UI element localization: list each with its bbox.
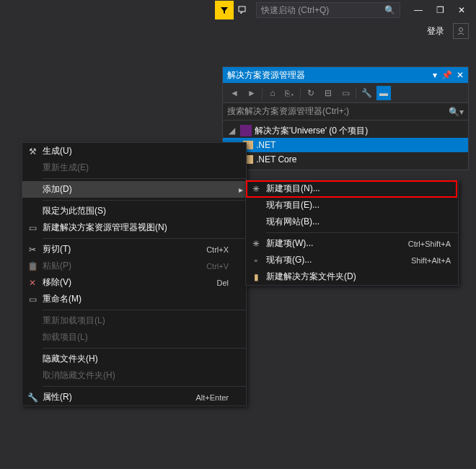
menu-unhidefolder: 取消隐藏文件夹(H)	[22, 367, 246, 384]
new-item-icon: ✳	[252, 239, 260, 249]
panel-title-bar[interactable]: 解决方案资源管理器 ▾ 📌 ✕	[223, 67, 468, 83]
tree-label: .NET Core	[256, 154, 296, 165]
menu-scope[interactable]: 限定为此范围(S)	[22, 203, 246, 219]
properties-icon[interactable]: 🔧	[359, 86, 374, 100]
newview-icon: ▭	[29, 223, 37, 233]
menu-paste: 📋粘贴(P)Ctrl+V	[22, 258, 246, 274]
menu-rebuild: 重新生成(E)	[22, 159, 246, 176]
panel-toolbar: ◄ ► ⌂ ⎘▾ ↻ ⊟ ▭ 🔧 ▬	[223, 83, 468, 103]
menu-newview[interactable]: ▭新建解决方案资源管理器视图(N)	[22, 219, 246, 236]
menu-exist-site[interactable]: 现有网站(B)...	[246, 214, 458, 230]
quick-launch-input[interactable]: 快速启动 (Ctrl+Q) 🔍	[256, 2, 400, 18]
back-icon[interactable]: ◄	[227, 86, 242, 100]
cut-icon: ✂	[29, 245, 36, 255]
menu-new-folder[interactable]: ▮新建解决方案文件夹(D)	[246, 268, 458, 285]
menu-add[interactable]: 添加(D)▸	[22, 181, 246, 198]
search-placeholder: 搜索解决方案资源管理器(Ctrl+;)	[227, 105, 349, 118]
window-controls: — ❐ ✕	[407, 2, 472, 18]
tree-label: 解决方案'Universe' (0 个项目)	[255, 125, 368, 137]
exist-item-icon: ▫	[255, 255, 257, 266]
preview-icon[interactable]: ▬	[376, 86, 391, 100]
home-icon[interactable]: ⌂	[265, 86, 280, 100]
menu-build[interactable]: ⚒生成(U)	[22, 143, 246, 159]
expand-icon[interactable]: ◢	[229, 126, 237, 136]
paste-icon: 📋	[27, 261, 38, 271]
tree-row-net[interactable]: .NET	[223, 138, 468, 152]
solution-icon	[240, 125, 252, 136]
sync-icon[interactable]: ⎘▾	[283, 86, 297, 100]
feedback-icon[interactable]	[234, 1, 252, 19]
menu-exist-item[interactable]: ▫现有项(G)...Shift+Alt+A	[246, 252, 458, 268]
forward-icon[interactable]: ►	[244, 86, 259, 100]
remove-icon: ✕	[29, 278, 36, 288]
pin-icon[interactable]: 📌	[441, 70, 452, 80]
avatar-icon[interactable]	[453, 23, 469, 39]
context-menu-add: ✳新建项目(N)... 现有项目(E)... 现有网站(B)... ✳新建项(W…	[245, 180, 459, 286]
menu-new-project[interactable]: ✳新建项目(N)...	[246, 180, 458, 197]
solution-explorer-panel: 解决方案资源管理器 ▾ 📌 ✕ ◄ ► ⌂ ⎘▾ ↻ ⊟ ▭ 🔧 ▬ 搜索解决方…	[222, 66, 469, 170]
panel-title-text: 解决方案资源管理器	[227, 69, 305, 82]
menu-separator	[43, 178, 246, 179]
search-icon: 🔍▾	[449, 107, 464, 117]
quick-launch-placeholder: 快速启动 (Ctrl+Q)	[261, 4, 329, 17]
menu-separator	[43, 238, 246, 239]
menu-hidefolder[interactable]: 隐藏文件夹(H)	[22, 351, 246, 367]
panel-close-icon[interactable]: ✕	[457, 70, 464, 80]
rename-icon: ▭	[29, 294, 37, 304]
menu-unload: 卸载项目(L)	[22, 329, 246, 346]
svg-rect-0	[239, 6, 245, 12]
context-menu-main: ⚒生成(U) 重新生成(E) 添加(D)▸ 限定为此范围(S) ▭新建解决方案资…	[22, 142, 247, 406]
dropdown-icon[interactable]: ▾	[433, 70, 437, 80]
wrench-icon: 🔧	[27, 393, 38, 403]
search-icon: 🔍	[384, 5, 395, 16]
filter-icon[interactable]	[215, 1, 234, 19]
build-icon: ⚒	[29, 146, 37, 157]
tree-row-netcore[interactable]: .NET Core	[223, 152, 468, 167]
close-button[interactable]: ✕	[451, 2, 472, 18]
menu-rename[interactable]: ▭重命名(M)	[22, 291, 246, 307]
menu-separator	[266, 232, 458, 233]
restore-button[interactable]: ❐	[429, 2, 451, 18]
menu-remove[interactable]: ✕移除(V)Del	[22, 274, 246, 291]
search-solution-input[interactable]: 搜索解决方案资源管理器(Ctrl+;) 🔍▾	[223, 103, 468, 120]
menu-new-item[interactable]: ✳新建项(W)...Ctrl+Shift+A	[246, 235, 458, 252]
chevron-right-icon: ▸	[236, 185, 246, 195]
menu-exist-project[interactable]: 现有项目(E)...	[246, 197, 458, 214]
refresh-icon[interactable]: ↻	[304, 86, 318, 100]
menu-cut[interactable]: ✂剪切(T)Ctrl+X	[22, 241, 246, 258]
solution-tree: ◢ 解决方案'Universe' (0 个项目) .NET .NET Core	[223, 120, 468, 170]
collapse-icon[interactable]: ⊟	[321, 86, 335, 100]
minimize-button[interactable]: —	[407, 2, 429, 18]
new-project-icon: ✳	[252, 184, 260, 194]
titlebar: 快速启动 (Ctrl+Q) 🔍 — ❐ ✕	[0, 0, 476, 20]
menu-separator	[43, 310, 246, 310]
tree-row-solution[interactable]: ◢ 解决方案'Universe' (0 个项目)	[223, 123, 468, 138]
menu-separator	[43, 348, 246, 349]
new-folder-icon: ▮	[254, 272, 259, 282]
login-link[interactable]: 登录	[427, 25, 444, 38]
login-row: 登录	[0, 20, 476, 42]
tree-label: .NET	[256, 140, 276, 150]
menu-separator	[43, 200, 246, 201]
menu-reload: 重新加载项目(L)	[22, 312, 246, 329]
menu-properties[interactable]: 🔧属性(R)Alt+Enter	[22, 389, 246, 406]
svg-point-1	[459, 28, 463, 32]
menu-separator	[43, 386, 246, 387]
showall-icon[interactable]: ▭	[338, 86, 353, 100]
